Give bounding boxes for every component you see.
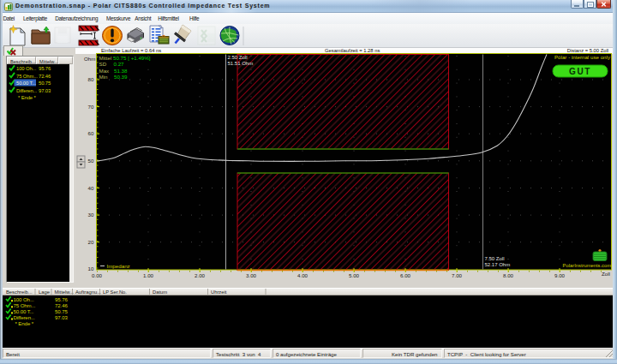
svg-text:50.75: 50.75 [55, 307, 68, 313]
svg-text:Gesamtlaufzeit = 1.28 ns: Gesamtlaufzeit = 1.28 ns [325, 48, 380, 53]
svg-text:97.03: 97.03 [39, 88, 51, 93]
svg-text:Zoll: Zoll [602, 271, 610, 277]
svg-text:Impedanz: Impedanz [107, 263, 130, 269]
svg-text:SD: SD [99, 61, 107, 67]
svg-text:0.00: 0.00 [92, 272, 103, 278]
svg-text:Lage: Lage [39, 289, 50, 295]
svg-text:1.00: 1.00 [143, 272, 154, 278]
svg-text:LP Ser.No.: LP Ser.No. [103, 289, 127, 295]
svg-text:0.27: 0.27 [114, 61, 125, 67]
svg-text:Polar - internal use only: Polar - internal use only [554, 54, 611, 60]
svg-text:Mittelw...: Mittelw... [55, 289, 75, 295]
svg-text:5.00: 5.00 [349, 272, 360, 278]
svg-text:72.46: 72.46 [55, 301, 68, 307]
svg-text:50.00 T...: 50.00 T... [16, 81, 36, 86]
svg-text:50.75 [ +1.49%]: 50.75 [ +1.49%] [113, 55, 151, 61]
svg-text:95.76: 95.76 [55, 295, 68, 301]
svg-text:* Ende *: * Ende * [15, 319, 34, 325]
svg-text:52.17 Ohm: 52.17 Ohm [485, 262, 511, 267]
svg-text:50.75: 50.75 [39, 81, 51, 86]
svg-text:30: 30 [88, 212, 94, 218]
svg-text:Max: Max [99, 68, 111, 74]
svg-text:Einfache Laufzeit = 0.64 ns: Einfache Laufzeit = 0.64 ns [101, 48, 161, 53]
svg-text:51.38: 51.38 [114, 68, 128, 74]
svg-text:9.00: 9.00 [554, 272, 566, 278]
svg-text:40: 40 [88, 185, 94, 191]
svg-text:75 Ohm...: 75 Ohm... [14, 301, 36, 307]
svg-text:Auftragnu...: Auftragnu... [75, 289, 101, 295]
svg-text:70: 70 [88, 104, 94, 110]
svg-text:20: 20 [88, 239, 94, 245]
svg-text:Beschreib...: Beschreib... [6, 289, 33, 295]
svg-text:2.00: 2.00 [195, 272, 206, 278]
svg-text:7.50 Zoll: 7.50 Zoll [485, 256, 505, 261]
svg-text:7.00: 7.00 [452, 272, 463, 278]
svg-text:6.00: 6.00 [400, 272, 411, 278]
svg-text:80: 80 [88, 76, 94, 82]
svg-text:95.76: 95.76 [39, 66, 51, 71]
svg-text:Mittel: Mittel [99, 55, 112, 61]
svg-text:* Ende *: * Ende * [18, 95, 36, 100]
svg-text:10: 10 [88, 266, 94, 272]
svg-text:8.00: 8.00 [503, 272, 514, 278]
svg-text:60: 60 [88, 130, 94, 136]
svg-text:3.00: 3.00 [246, 272, 257, 278]
svg-text:50: 50 [88, 158, 94, 164]
svg-text:GUT: GUT [569, 67, 591, 76]
svg-text:Distanz = 5.00 Zoll: Distanz = 5.00 Zoll [567, 48, 608, 53]
svg-text:Datum: Datum [153, 289, 167, 295]
svg-text:100 Oh...: 100 Oh... [16, 66, 37, 71]
svg-text:Min: Min [99, 74, 109, 80]
svg-text:PolarInstruments.com: PolarInstruments.com [563, 263, 612, 268]
svg-text:97.03: 97.03 [55, 313, 68, 319]
svg-text:50.00 T...: 50.00 T... [14, 307, 34, 313]
svg-text:Differen...: Differen... [16, 88, 38, 93]
svg-text:100 Oh...: 100 Oh... [14, 295, 35, 301]
svg-text:Ohm: Ohm [84, 56, 95, 62]
svg-text:Uhrzeit: Uhrzeit [211, 289, 227, 295]
svg-text:51.51 Ohm: 51.51 Ohm [228, 61, 254, 66]
svg-text:72.46: 72.46 [39, 74, 51, 79]
svg-text:4.00: 4.00 [297, 272, 308, 278]
svg-text:50.39: 50.39 [114, 74, 128, 80]
svg-text:Differen...: Differen... [14, 313, 36, 319]
svg-text:2.50 Zoll: 2.50 Zoll [228, 55, 248, 60]
svg-text:75 Ohm...: 75 Ohm... [16, 74, 38, 79]
